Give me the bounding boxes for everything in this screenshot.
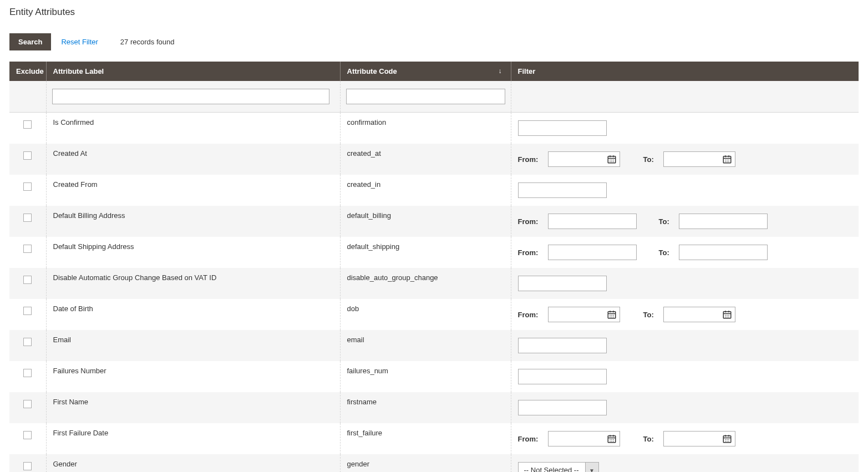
attribute-code-cell: gender xyxy=(340,454,511,472)
to-label: To: xyxy=(659,248,673,257)
attribute-label-cell: Date of Birth xyxy=(46,299,340,330)
filter-cell: -- Not Selected --▼ xyxy=(511,454,859,472)
from-label: From: xyxy=(518,311,542,319)
attribute-label-cell: Email xyxy=(46,330,340,361)
page-title: Entity Attributes xyxy=(9,7,859,18)
attribute-code-cell: dob xyxy=(340,299,511,330)
filter-cell xyxy=(511,268,859,299)
table-row: Is Confirmedconfirmation xyxy=(9,113,859,144)
col-header-label[interactable]: Attribute Label xyxy=(46,62,340,81)
calendar-icon[interactable] xyxy=(722,309,732,319)
filter-text-input[interactable] xyxy=(518,182,607,198)
filter-text-input[interactable] xyxy=(518,276,607,291)
filter-cell xyxy=(511,175,859,206)
filter-cell: From:To: xyxy=(511,206,859,237)
attribute-label-cell: Default Billing Address xyxy=(46,206,340,237)
exclude-checkbox[interactable] xyxy=(23,182,32,191)
filter-text-input[interactable] xyxy=(518,120,607,136)
exclude-checkbox[interactable] xyxy=(23,431,32,439)
attribute-code-cell: first_failure xyxy=(340,423,511,454)
exclude-checkbox[interactable] xyxy=(23,214,32,222)
table-row: Date of BirthdobFrom:To: xyxy=(9,299,859,330)
exclude-checkbox[interactable] xyxy=(23,307,32,315)
calendar-icon[interactable] xyxy=(607,309,617,319)
filter-cell: From:To: xyxy=(511,144,859,175)
sort-ascending-icon: ↓ xyxy=(499,67,502,75)
table-row: Created Atcreated_atFrom:To: xyxy=(9,144,859,175)
filter-code-input[interactable] xyxy=(346,89,505,104)
toolbar: Search Reset Filter 27 records found xyxy=(9,33,859,50)
exclude-checkbox[interactable] xyxy=(23,462,32,470)
attribute-label-cell: Default Shipping Address xyxy=(46,237,340,268)
attribute-label-cell: Disable Automatic Group Change Based on … xyxy=(46,268,340,299)
table-row: Disable Automatic Group Change Based on … xyxy=(9,268,859,299)
col-header-exclude[interactable]: Exclude xyxy=(9,62,46,81)
col-header-code[interactable]: Attribute Code ↓ xyxy=(340,62,511,81)
filter-cell: From:To: xyxy=(511,237,859,268)
filter-to-input[interactable] xyxy=(679,214,768,229)
filter-select[interactable]: -- Not Selected --▼ xyxy=(518,462,599,472)
exclude-checkbox[interactable] xyxy=(23,400,32,408)
attribute-code-cell: default_shipping xyxy=(340,237,511,268)
calendar-icon[interactable] xyxy=(607,154,617,164)
filter-from-input[interactable] xyxy=(548,245,637,260)
filter-text-input[interactable] xyxy=(518,369,607,384)
exclude-checkbox[interactable] xyxy=(23,120,32,129)
filter-label-input[interactable] xyxy=(52,89,329,104)
filter-cell xyxy=(511,113,859,144)
filter-cell xyxy=(511,330,859,361)
exclude-checkbox[interactable] xyxy=(23,369,32,377)
filter-text-input[interactable] xyxy=(518,338,607,353)
from-label: From: xyxy=(518,248,542,257)
filter-select-value: -- Not Selected -- xyxy=(519,463,585,472)
table-row: Default Shipping Addressdefault_shipping… xyxy=(9,237,859,268)
calendar-icon[interactable] xyxy=(722,154,732,164)
filter-cell xyxy=(511,361,859,392)
to-label: To: xyxy=(643,311,658,319)
filter-from-input[interactable] xyxy=(548,214,637,229)
exclude-checkbox[interactable] xyxy=(23,245,32,253)
records-found-label: 27 records found xyxy=(120,38,175,46)
attribute-code-cell: created_at xyxy=(340,144,511,175)
from-label: From: xyxy=(518,435,542,443)
table-row: Emailemail xyxy=(9,330,859,361)
col-header-filter[interactable]: Filter xyxy=(511,62,859,81)
attribute-label-cell: Failures Number xyxy=(46,361,340,392)
col-header-code-text: Attribute Code xyxy=(347,67,397,75)
attribute-label-cell: Is Confirmed xyxy=(46,113,340,144)
attribute-code-cell: firstname xyxy=(340,392,511,423)
exclude-checkbox[interactable] xyxy=(23,276,32,284)
to-label: To: xyxy=(659,217,673,226)
attribute-label-cell: First Failure Date xyxy=(46,423,340,454)
attribute-label-cell: First Name xyxy=(46,392,340,423)
table-row: Gendergender-- Not Selected --▼ xyxy=(9,454,859,472)
table-row: Created Fromcreated_in xyxy=(9,175,859,206)
table-row: Default Billing Addressdefault_billingFr… xyxy=(9,206,859,237)
filter-cell xyxy=(511,392,859,423)
filter-row xyxy=(9,81,859,113)
reset-filter-link[interactable]: Reset Filter xyxy=(61,38,98,46)
filter-cell: From:To: xyxy=(511,299,859,330)
filter-text-input[interactable] xyxy=(518,400,607,415)
from-label: From: xyxy=(518,217,542,226)
calendar-icon[interactable] xyxy=(607,434,617,444)
attribute-label-cell: Created At xyxy=(46,144,340,175)
attribute-code-cell: failures_num xyxy=(340,361,511,392)
calendar-icon[interactable] xyxy=(722,434,732,444)
attribute-code-cell: email xyxy=(340,330,511,361)
entity-attributes-grid: Exclude Attribute Label Attribute Code ↓… xyxy=(9,62,859,472)
from-label: From: xyxy=(518,155,542,164)
exclude-checkbox[interactable] xyxy=(23,338,32,346)
to-label: To: xyxy=(643,435,658,443)
table-row: Failures Numberfailures_num xyxy=(9,361,859,392)
filter-cell: From:To: xyxy=(511,423,859,454)
search-button[interactable]: Search xyxy=(9,33,51,50)
exclude-checkbox[interactable] xyxy=(23,151,32,160)
table-row: First Namefirstname xyxy=(9,392,859,423)
attribute-label-cell: Created From xyxy=(46,175,340,206)
attribute-code-cell: created_in xyxy=(340,175,511,206)
chevron-down-icon[interactable]: ▼ xyxy=(585,463,598,472)
attribute-code-cell: disable_auto_group_change xyxy=(340,268,511,299)
table-row: First Failure Datefirst_failureFrom:To: xyxy=(9,423,859,454)
filter-to-input[interactable] xyxy=(679,245,768,260)
